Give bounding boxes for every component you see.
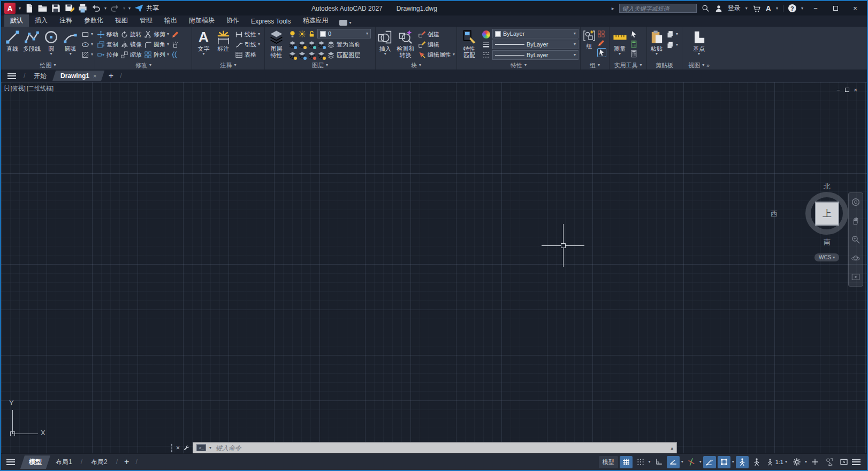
maximize-window-button[interactable] xyxy=(828,1,843,16)
explode-button[interactable] xyxy=(171,40,179,49)
command-prompt-icon[interactable]: >_ xyxy=(196,444,206,451)
cut-clip-button[interactable]: ▾ xyxy=(666,29,678,39)
ribbon-tab-collaborate[interactable]: 协作 xyxy=(220,14,245,27)
undo-caret-icon[interactable]: ▾ xyxy=(104,6,106,11)
search-collapse-icon[interactable]: ▸ xyxy=(612,5,614,11)
zoom-extents-icon[interactable] xyxy=(851,235,861,244)
drawing-restore-icon[interactable] xyxy=(845,88,849,92)
app-menu-caret-icon[interactable]: ▾ xyxy=(19,6,21,11)
erase-button[interactable] xyxy=(171,29,179,39)
search-input[interactable] xyxy=(619,4,697,13)
measure-caret-icon[interactable]: ▾ xyxy=(619,52,621,56)
new-drawing-button[interactable]: + xyxy=(104,71,118,81)
file-tab-start[interactable]: 开始 xyxy=(26,70,55,82)
annotation-scale-button[interactable]: 1:1 ▾ xyxy=(765,458,789,466)
viewport-control-visual-style[interactable]: [二维线框] xyxy=(27,84,54,92)
insert-caret-icon[interactable]: ▾ xyxy=(384,52,386,56)
layer-freeze2-icon[interactable] xyxy=(308,41,316,49)
command-line-wrench-icon[interactable] xyxy=(182,444,190,452)
autodesk-a-icon[interactable]: A xyxy=(766,4,771,13)
array-button[interactable]: 阵列▾ xyxy=(144,50,169,59)
layer-on-icon[interactable] xyxy=(288,30,296,38)
command-input[interactable] xyxy=(215,444,667,452)
qat-customize-caret-icon[interactable]: ▾ xyxy=(128,6,131,11)
ribbon-tab-view[interactable]: 视图 xyxy=(109,14,134,27)
ortho-toggle[interactable] xyxy=(652,456,665,468)
match-properties-button[interactable]: 特性匹配 xyxy=(459,28,480,61)
isodraft-toggle[interactable] xyxy=(685,456,698,468)
sign-in-button[interactable]: 登录 xyxy=(728,4,741,13)
model-space-button[interactable]: 模型 xyxy=(599,456,618,468)
rectangle-button[interactable]: ▾ xyxy=(81,29,93,39)
command-line-grip[interactable] xyxy=(171,444,173,452)
layer-isolate-icon[interactable] xyxy=(298,41,306,49)
quick-select-button[interactable] xyxy=(630,29,638,39)
plot-button[interactable] xyxy=(78,3,88,13)
ribbon-tab-manage[interactable]: 管理 xyxy=(134,14,158,27)
workspace-switch-button[interactable] xyxy=(790,456,803,468)
circle-caret-icon[interactable]: ▾ xyxy=(50,52,52,56)
move-button[interactable]: 移动 xyxy=(97,29,118,39)
file-tabs-menu-icon[interactable] xyxy=(7,73,16,79)
open-file-button[interactable] xyxy=(37,3,48,13)
new-file-button[interactable] xyxy=(24,3,34,13)
group-edit-button[interactable] xyxy=(597,38,606,48)
annotation-visibility-toggle[interactable] xyxy=(736,456,749,468)
user-icon[interactable] xyxy=(714,4,723,13)
set-current-layer-button[interactable]: 置为当前 xyxy=(327,40,360,49)
ribbon-tab-express-tools[interactable]: Express Tools xyxy=(245,16,296,27)
layer-lock2-icon[interactable] xyxy=(317,41,325,49)
layer-dropdown[interactable]: 0 ▾ xyxy=(317,29,371,38)
command-history-up-icon[interactable]: ▴ xyxy=(671,445,673,451)
panel-draw-footer[interactable]: 绘图▾ xyxy=(1,61,95,70)
arc-button[interactable]: 圆弧 ▾ xyxy=(61,28,80,61)
command-line-close-icon[interactable]: × xyxy=(176,444,180,452)
paste-caret-icon[interactable]: ▾ xyxy=(656,52,658,56)
viewcube-west[interactable]: 西 xyxy=(771,209,778,219)
match-layer-button[interactable]: 匹配图层 xyxy=(327,50,360,60)
showmotion-icon[interactable] xyxy=(851,272,861,282)
linetype-button[interactable] xyxy=(482,50,490,59)
panel-layers-footer[interactable]: 图层▾ xyxy=(265,61,375,70)
trim-button[interactable]: 修剪▾ xyxy=(144,29,169,39)
color-dropdown[interactable]: ByLayer ▾ xyxy=(492,29,578,38)
detect-convert-button[interactable]: 检测和转换 xyxy=(395,28,415,61)
annotation-monitor-button[interactable] xyxy=(809,456,821,468)
layout2-tab[interactable]: 布局2 xyxy=(82,455,116,469)
app-menu-button[interactable]: A xyxy=(4,3,16,14)
layer-walk-icon[interactable] xyxy=(317,51,325,59)
text-button[interactable]: A 文字 ▾ xyxy=(194,28,214,61)
search-icon[interactable] xyxy=(702,4,710,12)
group-select-toggle[interactable] xyxy=(597,48,606,57)
annotation-autoscale-toggle[interactable] xyxy=(750,456,763,468)
rotate-button[interactable]: 旋转 xyxy=(120,29,142,39)
polar-caret-icon[interactable]: ▾ xyxy=(681,460,683,464)
base-point-button[interactable]: 基点 ▾ xyxy=(689,28,709,61)
close-window-button[interactable]: × xyxy=(848,1,863,16)
layer-lock-icon[interactable] xyxy=(308,30,316,38)
ribbon-tab-addins[interactable]: 附加模块 xyxy=(183,14,220,27)
close-drawing1-icon[interactable]: × xyxy=(93,73,96,79)
base-point-caret-icon[interactable]: ▾ xyxy=(698,52,700,56)
viewport-control-minus[interactable]: [-] xyxy=(4,84,10,92)
file-tab-drawing1[interactable]: Drawing1× xyxy=(52,71,105,81)
object-snap-toggle[interactable] xyxy=(718,456,730,468)
ribbon-tab-featured-apps[interactable]: 精选应用 xyxy=(296,14,334,27)
polyline-button[interactable]: 多段线 xyxy=(22,28,41,61)
object-snap-tracking-toggle[interactable] xyxy=(703,456,716,468)
snap-caret-icon[interactable]: ▾ xyxy=(649,460,651,464)
panel-block-footer[interactable]: 块▾ xyxy=(376,61,456,70)
text-caret-icon[interactable]: ▾ xyxy=(202,52,204,56)
ribbon-tab-annotate[interactable]: 注释 xyxy=(54,14,78,27)
quick-calc-button[interactable] xyxy=(630,39,638,49)
drawing-minimize-icon[interactable]: − xyxy=(836,87,840,93)
ungroup-button[interactable] xyxy=(597,29,606,38)
panel-utilities-footer[interactable]: 实用工具▾ xyxy=(610,61,646,70)
snap-toggle[interactable] xyxy=(634,456,647,468)
isolate-objects-button[interactable] xyxy=(823,456,836,468)
insert-block-button[interactable]: 插入 ▾ xyxy=(377,28,393,61)
lineweight-button[interactable] xyxy=(482,40,490,49)
group-button[interactable]: 组 xyxy=(582,28,596,61)
layer-properties-button[interactable]: 图层特性 xyxy=(267,28,286,61)
panel-view-footer[interactable]: 视图▾» xyxy=(682,61,715,70)
